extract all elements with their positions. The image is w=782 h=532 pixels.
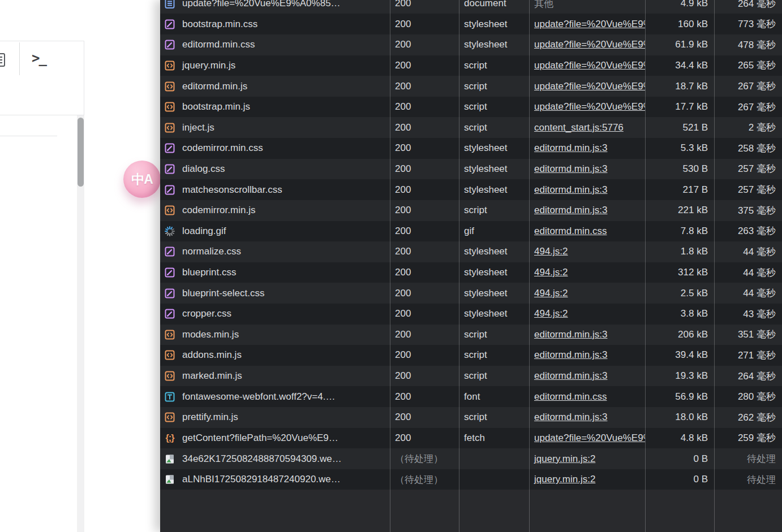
network-request-row[interactable]: fontawesome-webfont.woff2?v=4.…200fonted…: [160, 386, 782, 407]
initiator-link[interactable]: editormd.min.js:3: [534, 370, 607, 382]
initiator-link[interactable]: 494.js:2: [534, 288, 568, 299]
request-name: bootstrap.min.css: [182, 19, 257, 30]
initiator-link[interactable]: update?file=%20Vue%E9%A0%85: [534, 432, 645, 444]
type-cell: script: [459, 407, 529, 428]
initiator-link[interactable]: editormd.min.css: [534, 391, 607, 403]
initiator-link[interactable]: update?file=%20Vue%E9%A0%85: [534, 39, 645, 50]
font-icon: [165, 392, 175, 402]
network-request-row[interactable]: modes.min.js200scripteditormd.min.js:320…: [160, 325, 782, 345]
script-icon: [165, 123, 175, 133]
network-request-row[interactable]: bootstrap.min.js200scriptupdate?file=%20…: [160, 97, 782, 118]
request-name: matchesonscrollbar.css: [182, 184, 282, 196]
request-name: 34e62K1725082488870594309.we…: [182, 453, 342, 465]
status-cell: 200: [390, 407, 459, 428]
initiator-link[interactable]: editormd.min.js:3: [534, 205, 607, 216]
column-separator: [390, 0, 390, 532]
network-request-row[interactable]: prettify.min.js200scripteditormd.min.js:…: [160, 407, 782, 428]
network-request-row[interactable]: matchesonscrollbar.css200stylesheetedito…: [160, 179, 782, 200]
status-cell: 200: [390, 179, 459, 200]
request-name: normalize.css: [182, 246, 241, 257]
initiator-cell: 494.js:2: [529, 262, 645, 283]
request-name: bootstrap.min.js: [182, 101, 250, 113]
initiator-cell: editormd.min.js:3: [529, 138, 645, 159]
request-name-cell: bootstrap.min.js: [160, 97, 390, 118]
initiator-link[interactable]: editormd.min.css: [534, 226, 607, 237]
initiator-link[interactable]: editormd.min.js:3: [534, 412, 607, 423]
size-cell: 521 B: [645, 117, 714, 138]
initiator-cell: 494.js:2: [529, 304, 645, 325]
initiator-link[interactable]: editormd.min.js:3: [534, 184, 607, 196]
initiator-link[interactable]: update?file=%20Vue%E9%A0%85: [534, 60, 645, 71]
type-cell: stylesheet: [459, 34, 529, 55]
script-icon: [165, 330, 175, 340]
initiator-link[interactable]: jquery.min.js:2: [534, 453, 595, 465]
network-request-row[interactable]: 34e62K1725082488870594309.we…（待处理）jquery…: [160, 448, 782, 469]
page-scrollbar-thumb[interactable]: [78, 118, 84, 187]
network-request-row[interactable]: dialog.css200stylesheeteditormd.min.js:3…: [160, 159, 782, 180]
size-cell: 3.8 kB: [645, 304, 714, 325]
type-cell: script: [459, 76, 529, 97]
network-request-row[interactable]: bootstrap.min.css200stylesheetupdate?fil…: [160, 14, 782, 34]
network-request-row[interactable]: jquery.min.js200scriptupdate?file=%20Vue…: [160, 55, 782, 76]
request-name: cropper.css: [182, 308, 231, 319]
request-name-cell: codemirror.min.css: [160, 138, 390, 159]
request-name-cell: bootstrap.min.css: [160, 14, 390, 34]
network-request-row[interactable]: cropper.css200stylesheet494.js:23.8 kB43…: [160, 304, 782, 325]
initiator-cell: update?file=%20Vue%E9%A0%85: [529, 55, 645, 76]
initiator-link[interactable]: update?file=%20Vue%E9%A0%85: [534, 81, 645, 92]
request-name: marked.min.js: [182, 370, 242, 382]
network-request-row[interactable]: editormd.min.js200scriptupdate?file=%20V…: [160, 76, 782, 97]
translate-float-button[interactable]: 中A: [123, 161, 161, 198]
network-request-row[interactable]: addons.min.js200scripteditormd.min.js:33…: [160, 345, 782, 366]
request-name: codemirror.min.css: [182, 142, 263, 154]
gif-spinner-icon: [165, 226, 175, 236]
initiator-link[interactable]: editormd.min.js:3: [534, 142, 607, 154]
status-cell: （待处理）: [390, 448, 459, 469]
request-name: blueprint.css: [182, 267, 236, 278]
request-name: addons.min.js: [182, 349, 242, 361]
initiator-cell: 494.js:2: [529, 283, 645, 304]
network-request-row[interactable]: codemirror.min.css200stylesheeteditormd.…: [160, 138, 782, 159]
network-request-row[interactable]: editormd.min.css200stylesheetupdate?file…: [160, 34, 782, 55]
document-icon: [165, 0, 175, 8]
divider-line: [0, 136, 57, 136]
network-request-row[interactable]: inject.js200scriptcontent_start.js:57765…: [160, 117, 782, 138]
translate-icon: 中A: [131, 171, 153, 188]
script-icon: [165, 102, 175, 112]
stylesheet-icon: [165, 288, 175, 299]
network-request-row[interactable]: blueprint.css200stylesheet494.js:2312 kB…: [160, 262, 782, 283]
initiator-link[interactable]: editormd.min.js:3: [534, 163, 607, 175]
initiator-link[interactable]: content_start.js:5776: [534, 122, 624, 133]
request-name: dialog.css: [182, 163, 225, 175]
initiator-link[interactable]: 494.js:2: [534, 308, 568, 319]
network-request-row[interactable]: {;}getContent?filePath=%20Vue%E9…200fetc…: [160, 428, 782, 449]
initiator-link[interactable]: update?file=%20Vue%E9%A0%85: [534, 101, 645, 113]
network-request-row[interactable]: blueprint-select.css200stylesheet494.js:…: [160, 283, 782, 304]
status-cell: 200: [390, 138, 459, 159]
initiator-link[interactable]: 494.js:2: [534, 267, 568, 278]
network-request-row[interactable]: loading.gif200gifeditormd.min.css7.8 kB2…: [160, 221, 782, 242]
initiator-cell: editormd.min.js:3: [529, 325, 645, 345]
network-request-row[interactable]: codemirror.min.js200scripteditormd.min.j…: [160, 200, 782, 221]
stylesheet-icon: [165, 185, 175, 195]
initiator-link[interactable]: editormd.min.js:3: [534, 349, 607, 361]
status-cell: 200: [390, 345, 459, 366]
script-icon: [165, 81, 175, 92]
request-name-cell: loading.gif: [160, 221, 390, 242]
initiator-link[interactable]: jquery.min.js:2: [534, 474, 595, 485]
terminal-icon[interactable]: >_: [32, 50, 46, 66]
status-cell: 200: [390, 262, 459, 283]
initiator-link[interactable]: update?file=%20Vue%E9%A0%85: [534, 19, 645, 30]
initiator-link[interactable]: 494.js:2: [534, 246, 568, 257]
network-request-row[interactable]: normalize.css200stylesheet494.js:21.8 kB…: [160, 241, 782, 262]
document-outline-icon[interactable]: [0, 53, 6, 70]
network-request-row[interactable]: marked.min.js200scripteditormd.min.js:31…: [160, 366, 782, 387]
network-request-row[interactable]: update?file=%20Vue%E9%A0%85…200document其…: [160, 0, 782, 14]
initiator-link[interactable]: editormd.min.js:3: [534, 329, 607, 340]
status-cell: 200: [390, 221, 459, 242]
request-name-cell: aLNhBI1725082918487240920.we…: [160, 469, 390, 490]
time-cell: 375 毫秒: [714, 200, 782, 221]
time-cell: 280 毫秒: [714, 386, 782, 407]
status-cell: 200: [390, 386, 459, 407]
network-request-row[interactable]: aLNhBI1725082918487240920.we…（待处理）jquery…: [160, 469, 782, 490]
